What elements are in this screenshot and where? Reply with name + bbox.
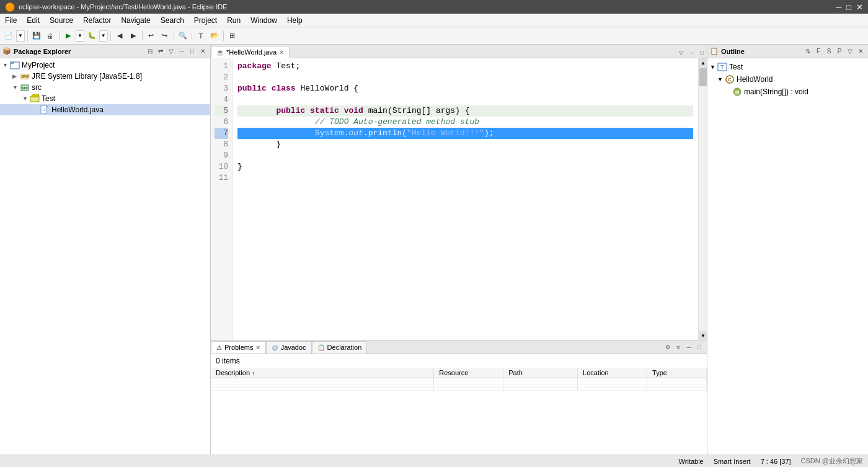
code-content[interactable]: package Test; public class HelloWorld { … [232, 58, 698, 340]
scroll-up-button[interactable]: ▲ [699, 58, 707, 67]
package-explorer-icon: 📦 [2, 47, 11, 55]
toggle-test[interactable]: ▼ [22, 96, 30, 102]
editor-menu-button[interactable]: ▽ [676, 48, 686, 58]
scroll-track [699, 87, 707, 331]
pe-menu-button[interactable]: ▽ [166, 47, 176, 56]
maximize-pe-button[interactable]: □ [187, 47, 197, 56]
col-location[interactable]: Location [578, 368, 647, 378]
next-edit-button[interactable]: ▶ [127, 30, 140, 42]
title-bar-controls[interactable]: ─ □ ✕ [836, 2, 863, 12]
debug-button[interactable]: 🐛 [86, 30, 98, 42]
scroll-down-button[interactable]: ▼ [699, 331, 707, 340]
close-button[interactable]: ✕ [856, 2, 863, 12]
outline-item-main-method[interactable]: m main(String[]) : void [707, 86, 868, 98]
menu-search[interactable]: Search [156, 14, 189, 27]
problems-icon: ⚠ [216, 344, 222, 351]
close-outline-button[interactable]: ✕ [856, 47, 866, 56]
tree-item-jre[interactable]: ▶ JRE JRE System Library [JavaSE-1.8] [0, 71, 210, 82]
minimize-pe-button[interactable]: ─ [177, 47, 187, 56]
col-path[interactable]: Path [503, 368, 578, 378]
minimize-editor-button[interactable]: ─ [687, 48, 697, 58]
menu-file[interactable]: File [0, 14, 22, 27]
menu-source[interactable]: Source [45, 14, 78, 27]
col-type[interactable]: Type [647, 368, 707, 378]
outline-item-helloworld-class[interactable]: ▼ C HelloWorld [707, 73, 868, 86]
hide-static-button[interactable]: S [824, 47, 834, 56]
collapse-all-button[interactable]: ⊟ [145, 47, 155, 56]
svg-rect-1 [11, 62, 14, 64]
menu-project[interactable]: Project [189, 14, 222, 27]
window-title: eclipse-workspace - MyProject/src/Test/H… [19, 3, 228, 11]
maximize-button[interactable]: □ [846, 2, 851, 12]
menu-run[interactable]: Run [222, 14, 246, 27]
package-explorer-buttons[interactable]: ⊟ ⇄ ▽ ─ □ ✕ [145, 47, 208, 56]
test-outline-icon: T [717, 62, 727, 72]
tree-item-myproject[interactable]: ▼ MyProject [0, 60, 210, 71]
debug-dropdown[interactable]: ▼ [99, 30, 108, 42]
svg-marker-7 [30, 94, 39, 97]
new-button[interactable]: 📄 [2, 30, 15, 42]
outline-menu-button[interactable]: ▽ [845, 47, 855, 56]
col-resource[interactable]: Resource [434, 368, 503, 378]
code-line-3: public class HelloWorld { [237, 83, 693, 94]
tab-problems[interactable]: ⚠ Problems ✕ [211, 341, 266, 354]
title-bar-left: 🟠 eclipse-workspace - MyProject/src/Test… [5, 2, 228, 12]
toggle-src[interactable]: ▼ [12, 84, 20, 91]
perspective-button[interactable]: ⊞ [226, 30, 239, 42]
svg-text:T: T [720, 64, 724, 70]
tab-helloworld[interactable]: ☕ *HelloWorld.java ✕ [211, 46, 290, 58]
tab-declaration[interactable]: 📋 Declaration [312, 341, 368, 354]
menu-bar: FileEditSourceRefactorNavigateSearchProj… [0, 14, 868, 27]
menu-edit[interactable]: Edit [22, 14, 45, 27]
editor-vertical-scrollbar[interactable]: ▲ ▼ [698, 58, 707, 340]
svg-rect-6 [30, 97, 39, 102]
code-line-1: package Test; [237, 61, 693, 72]
package-explorer-tree: ▼ MyProject ▶ JRE JRE System Library [Ja… [0, 58, 210, 455]
save-button[interactable]: 💾 [30, 30, 43, 42]
maximize-bottom-button[interactable]: □ [694, 342, 704, 352]
menu-window[interactable]: Window [246, 14, 282, 27]
minimize-button[interactable]: ─ [836, 2, 841, 12]
run-dropdown[interactable]: ▼ [76, 30, 84, 42]
tab-close-button[interactable]: ✕ [279, 49, 284, 56]
menu-navigate[interactable]: Navigate [116, 14, 155, 27]
print-button[interactable]: 🖨 [44, 30, 56, 42]
close-pe-button[interactable]: ✕ [198, 47, 208, 56]
menu-help[interactable]: Help [282, 14, 308, 27]
sort-outline-button[interactable]: ⇅ [803, 47, 813, 56]
minimize-bottom-button[interactable]: ─ [684, 342, 694, 352]
toggle-helloworld-outline[interactable]: ▼ [717, 76, 725, 82]
code-line-7: System.out.println("Hello World!!!"); [237, 128, 693, 139]
new-dropdown[interactable]: ▼ [16, 30, 25, 42]
toggle-jre[interactable]: ▶ [12, 73, 20, 79]
bottom-panel-buttons: ⚙ ≡ ─ □ [663, 342, 707, 352]
bottom-panel: ⚠ Problems ✕ @ Javadoc 📋 Declaration ⚙ ≡… [211, 340, 707, 455]
open-type-button[interactable]: T [195, 30, 207, 42]
toggle-test-outline[interactable]: ▼ [710, 64, 717, 70]
open-resource-button[interactable]: 📂 [208, 30, 221, 42]
tab-javadoc[interactable]: @ Javadoc [266, 341, 311, 354]
outline-item-test[interactable]: ▼ T Test [707, 61, 868, 73]
hide-fields-button[interactable]: F [813, 47, 823, 56]
run-button[interactable]: ▶ [62, 30, 74, 42]
hide-nonpublic-button[interactable]: P [835, 47, 844, 56]
toggle-myproject[interactable]: ▼ [2, 62, 10, 68]
prev-edit-button[interactable]: ◀ [113, 30, 126, 42]
scroll-thumb[interactable] [699, 68, 707, 86]
tree-item-test-pkg[interactable]: ▼ Test [0, 93, 210, 104]
redo-button[interactable]: ↪ [159, 30, 171, 42]
undo-button[interactable]: ↩ [145, 30, 157, 42]
code-editor[interactable]: 1 2 3 4 5 6 7 8 9 10 11 package Test; [211, 58, 698, 340]
col-description[interactable]: Description ↑ [211, 368, 434, 378]
maximize-editor-button[interactable]: □ [697, 48, 707, 58]
link-editor-button[interactable]: ⇄ [156, 47, 166, 56]
tree-item-src[interactable]: ▼ src src [0, 82, 210, 93]
problems-close[interactable]: ✕ [255, 344, 260, 351]
main-method-label: main(String[]) : void [744, 87, 808, 96]
outline-header-buttons[interactable]: ⇅ F S P ▽ ✕ [803, 47, 866, 56]
tree-item-helloworld[interactable]: ▶ J HelloWorld.java [0, 104, 210, 115]
search-button[interactable]: 🔍 [177, 30, 189, 42]
configure-button[interactable]: ≡ [673, 342, 683, 352]
filter-button[interactable]: ⚙ [663, 342, 673, 352]
menu-refactor[interactable]: Refactor [78, 14, 116, 27]
